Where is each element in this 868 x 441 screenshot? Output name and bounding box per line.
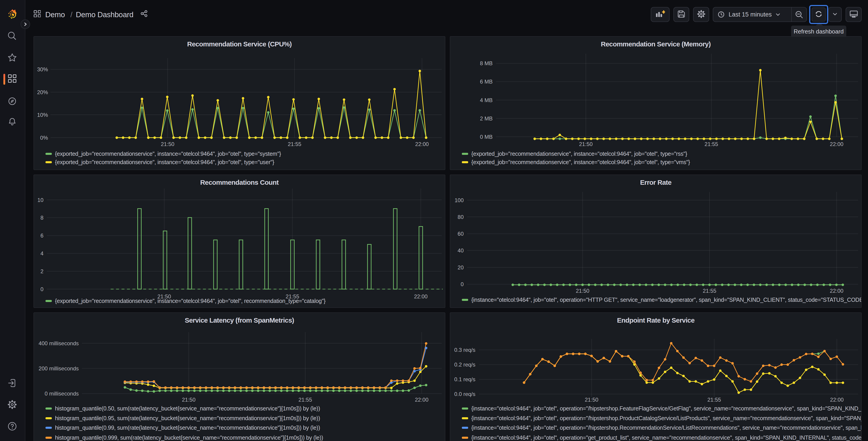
svg-text:8: 8	[40, 215, 43, 221]
svg-text:21:50: 21:50	[585, 396, 598, 403]
svg-text:10: 10	[37, 197, 43, 203]
svg-text:4 MB: 4 MB	[480, 97, 493, 103]
svg-text:21:55: 21:55	[299, 396, 312, 403]
svg-text:2 MB: 2 MB	[480, 115, 493, 122]
svg-text:40: 40	[458, 247, 464, 254]
svg-text:6 MB: 6 MB	[480, 79, 493, 85]
svg-text:22:00: 22:00	[415, 141, 429, 147]
svg-text:100: 100	[455, 197, 464, 203]
svg-text:21:55: 21:55	[288, 141, 301, 147]
svg-text:22:00: 22:00	[830, 288, 843, 294]
svg-text:60: 60	[458, 231, 464, 237]
svg-text:0 milliseconds: 0 milliseconds	[44, 390, 79, 396]
svg-text:30%: 30%	[37, 66, 48, 72]
svg-text:22:00: 22:00	[415, 396, 428, 403]
svg-text:400 milliseconds: 400 milliseconds	[39, 340, 79, 346]
svg-text:21:55: 21:55	[703, 288, 716, 294]
svg-text:0.0 req/s: 0.0 req/s	[454, 391, 475, 397]
svg-text:21:50: 21:50	[161, 141, 175, 147]
svg-text:0: 0	[40, 286, 43, 292]
svg-text:20: 20	[458, 264, 464, 270]
svg-text:22:00: 22:00	[830, 396, 843, 403]
svg-text:21:50: 21:50	[576, 288, 589, 294]
svg-text:21:50: 21:50	[182, 396, 195, 403]
svg-text:21:50: 21:50	[579, 141, 593, 147]
svg-text:0.1 req/s: 0.1 req/s	[454, 376, 475, 382]
svg-text:10%: 10%	[37, 112, 48, 118]
svg-text:22:00: 22:00	[830, 141, 843, 147]
svg-text:200 milliseconds: 200 milliseconds	[39, 365, 79, 372]
svg-text:20%: 20%	[37, 89, 48, 95]
svg-text:21:55: 21:55	[707, 396, 721, 403]
svg-text:2: 2	[40, 268, 43, 274]
svg-text:0 MB: 0 MB	[480, 134, 493, 140]
svg-text:80: 80	[458, 214, 464, 220]
svg-text:4: 4	[40, 251, 43, 257]
svg-text:8 MB: 8 MB	[480, 60, 493, 66]
svg-text:0%: 0%	[40, 135, 48, 141]
svg-text:21:55: 21:55	[705, 141, 718, 147]
svg-text:0: 0	[461, 281, 464, 287]
svg-text:6: 6	[40, 233, 43, 239]
svg-text:0.3 req/s: 0.3 req/s	[454, 347, 475, 353]
svg-text:0.2 req/s: 0.2 req/s	[454, 361, 475, 368]
